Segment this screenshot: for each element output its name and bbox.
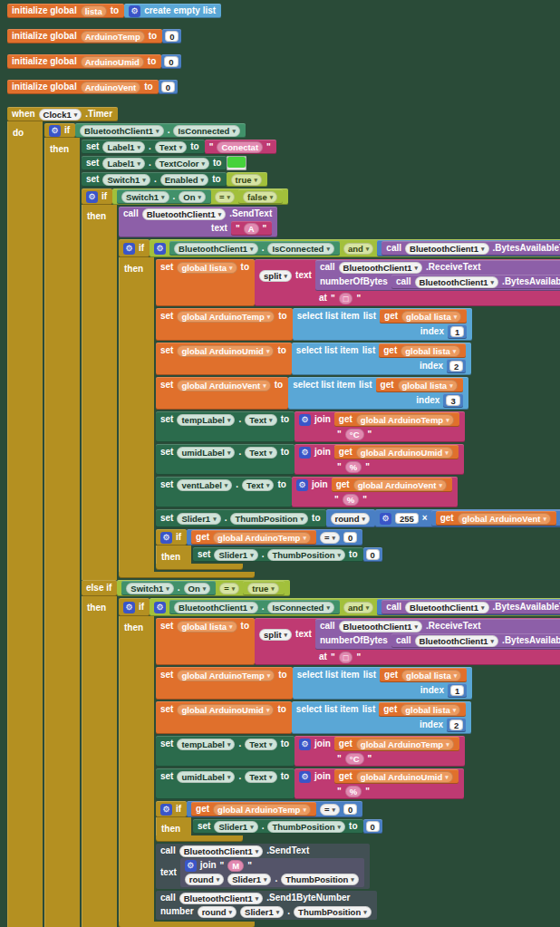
text-prop-dropdown[interactable]: Text▾ [245,739,276,750]
green-color-swatch[interactable] [227,157,246,168]
number-block-1[interactable]: 1 [448,683,467,698]
set-templabel-text-block[interactable]: settempLabel▾.Text▾to ⚙join getglobal Ar… [156,736,465,767]
split-dropdown[interactable]: split▾ [259,270,292,282]
mutator-gear-icon[interactable]: ⚙ [160,804,172,816]
on-dropdown[interactable]: On▾ [184,583,211,594]
string-field-celsius[interactable]: °C [345,753,364,765]
thumbposition-dropdown[interactable]: ThumbPosition▾ [267,821,345,833]
and-dropdown[interactable]: and▾ [343,243,373,255]
logic-false-block[interactable]: false▾ [238,189,283,204]
call-receivetext-block[interactable]: callBluetoothClient1▾.ReceiveText number… [315,260,560,291]
number-field[interactable]: 2 [449,361,463,372]
init-global-lista-block[interactable]: initialize global lista to ⚙ create empt… [7,4,221,18]
select-list-item-block[interactable]: select list itemlist getglobal lista▾ in… [288,377,468,410]
bt-dropdown[interactable]: BluetoothClient1▾ [339,621,423,632]
when-header[interactable]: when Clock1▾ .Timer [7,107,118,121]
global-lista-dropdown[interactable]: global lista▾ [177,262,237,274]
set-slider-thumb-zero-block[interactable]: setSlider1▾.ThumbPosition▾to 0 [193,819,382,834]
get-global-lista-block[interactable]: getglobal lista▾ [380,309,467,323]
slider1-dropdown[interactable]: Slider1▾ [240,906,284,918]
global-vent-dropdown[interactable]: global ArduinoVent▾ [177,380,270,391]
number-field[interactable]: 2 [449,719,463,730]
select-list-item-block[interactable]: select list itemlist getglobal lista▾ in… [293,308,473,341]
slider1-dropdown[interactable]: Slider1▾ [214,821,257,833]
elseif-header[interactable]: else if [82,580,117,596]
call-sendtext-m-block-disabled[interactable]: callBluetoothClient1▾.SendText text ⚙joi… [156,844,370,889]
set-global-arduinoumid-block[interactable]: setglobal ArduinoUmid▾to select list ite… [156,343,471,375]
round-dropdown[interactable]: round▾ [331,513,370,525]
mutator-gear-icon[interactable]: ⚙ [160,532,172,544]
and-block[interactable]: ⚙ BluetoothClient1▾ . IsConnected▾ a [150,239,560,257]
number-field[interactable]: 0 [164,56,178,67]
if-switch-off-block[interactable]: ⚙if Switch1▾ . On▾ =▾ false▾ [82,188,560,927]
number-field[interactable]: 1 [450,685,464,696]
set-header[interactable]: setglobal lista▾to [156,618,255,665]
get-global-lista-block[interactable]: getglobal lista▾ [376,378,463,392]
number-field[interactable]: 0 [165,31,179,42]
mutator-gear-icon[interactable]: ⚙ [299,739,311,750]
if-header[interactable]: ⚙if [156,529,187,546]
thumbposition-dropdown[interactable]: ThumbPosition▾ [294,906,372,918]
bt-dropdown[interactable]: BluetoothClient1▾ [405,602,489,613]
number-block-3[interactable]: 3 [443,393,462,408]
equals-dropdown[interactable]: =▾ [320,532,340,544]
switch1-dropdown[interactable]: Switch1▾ [102,174,150,186]
mutator-gear-icon[interactable]: ⚙ [86,191,98,203]
string-field-percent[interactable]: % [345,461,362,473]
if-connected-block[interactable]: ⚙ if BluetoothClient1▾ . IsConnected▾ th… [44,123,560,927]
number-block-0[interactable]: 0 [363,819,382,834]
global-umid-dropdown[interactable]: global ArduinoUmid▾ [177,704,274,716]
umidlabel-dropdown[interactable]: umidLabel▾ [177,771,235,783]
global-vent-dropdown[interactable]: global ArduinoVent▾ [353,479,447,491]
set-header[interactable]: setglobal ArduinoUmid▾to [156,343,292,375]
number-block-0[interactable]: 0 [363,547,382,562]
false-dropdown[interactable]: false▾ [243,191,277,203]
set-header[interactable]: setumidLabel▾.Text▾to [156,768,294,799]
set-umidlabel-text-block[interactable]: setumidLabel▾.Text▾to ⚙join getglobal Ar… [156,768,464,799]
set-header[interactable]: set Switch1▾ . Enabled▾ to [82,172,227,187]
global-lista-dropdown[interactable]: global lista▾ [401,311,461,323]
set-slider-thumb-zero-block[interactable]: setSlider1▾.ThumbPosition▾to 0 [193,547,382,562]
global-temp-dropdown[interactable]: global ArduinoTemp▾ [213,804,311,816]
global-temp-dropdown[interactable]: global ArduinoTemp▾ [177,311,275,323]
thumbposition-dropdown[interactable]: ThumbPosition▾ [281,874,359,885]
string-conectat-block[interactable]: " Conectat " [205,140,276,154]
bt-isconnected-getter[interactable]: BluetoothClient1▾ . IsConnected▾ [169,241,340,256]
set-label1-textcolor-block[interactable]: set Label1▾ . TextColor▾ to [82,156,246,170]
true-dropdown[interactable]: true▾ [231,174,262,186]
when-clock1-timer-block[interactable]: when Clock1▾ .Timer do ⚙ if BluetoothCli… [7,107,560,927]
mutator-gear-icon[interactable]: ⚙ [299,414,311,426]
global-umid-dropdown[interactable]: global ArduinoUmid▾ [177,345,274,357]
call-bytesavailable-block[interactable]: callBluetoothClient1▾.BytesAvailableToRe… [381,241,560,256]
umidlabel-dropdown[interactable]: umidLabel▾ [177,447,235,459]
set-header[interactable]: setventLabel▾.Text▾to [156,477,292,507]
string-field-m[interactable]: M [227,860,244,872]
on-dropdown[interactable]: On▾ [179,191,206,203]
call-bytesavailable-block[interactable]: callBluetoothClient1▾.BytesAvailableToRe… [391,633,560,648]
set-header[interactable]: setSlider1▾.ThumbPosition▾to [193,547,363,562]
init-global-arduinoumid-header[interactable]: initialize global ArduinoUmid to [7,54,161,69]
templabel-dropdown[interactable]: tempLabel▾ [177,414,235,426]
set-header[interactable]: setSlider1▾.ThumbPosition▾to [193,819,363,834]
set-slider-thumb-round-block[interactable]: setSlider1▾.ThumbPosition▾to round▾ ⚙ 25… [156,509,560,527]
set-header[interactable]: setglobal ArduinoUmid▾to [156,701,292,734]
select-list-item-block[interactable]: select list itemlist getglobal lista▾ in… [293,667,473,700]
bt-dropdown[interactable]: BluetoothClient1▾ [415,635,499,647]
get-global-vent-block[interactable]: getglobal ArduinoVent▾ [332,478,452,492]
text-prop-dropdown[interactable]: Text▾ [242,479,274,491]
var-name-field-arduinotemp[interactable]: ArduinoTemp [81,31,145,43]
multiply-block[interactable]: ⚙ 255 × getglobal ArduinoVent▾ / [375,509,560,527]
separator-string-field[interactable]: □ [339,652,353,663]
get-global-temp-block[interactable]: getglobal ArduinoTemp▾ [334,737,459,751]
global-lista-dropdown[interactable]: global lista▾ [401,345,460,357]
split-block[interactable]: split▾text callBluetoothClient1▾.Receive… [255,618,560,665]
text-prop-dropdown[interactable]: Text▾ [245,447,276,459]
call-receivetext-block[interactable]: callBluetoothClient1▾.ReceiveText number… [315,619,560,650]
global-umid-dropdown[interactable]: global ArduinoUmid▾ [356,447,453,459]
greater-than-block[interactable]: callBluetoothClient1▾.BytesAvailableToRe… [377,599,560,615]
global-lista-dropdown[interactable]: global lista▾ [177,621,237,632]
number-block-2[interactable]: 2 [447,718,466,732]
clock1-dropdown[interactable]: Clock1▾ [39,109,82,121]
bt-dropdown[interactable]: BluetoothClient1▾ [179,845,264,857]
mutator-gear-icon[interactable]: ⚙ [380,513,391,525]
